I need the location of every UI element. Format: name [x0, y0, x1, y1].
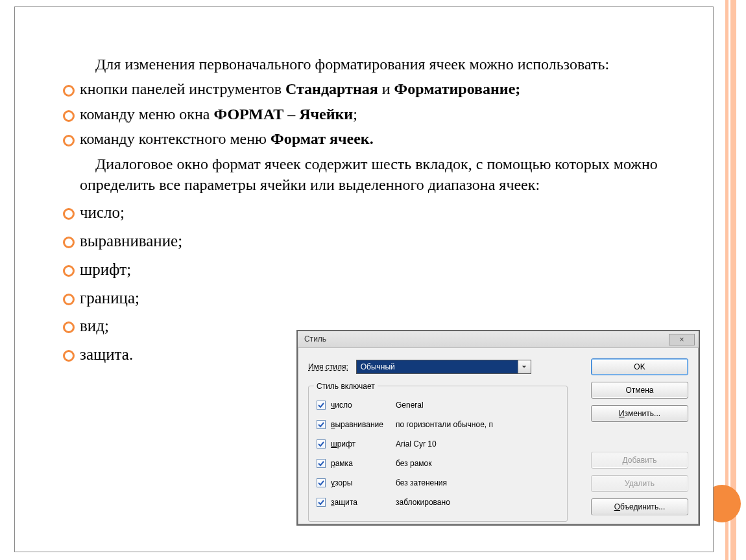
button-label: Отмена: [625, 385, 653, 395]
modify-button[interactable]: Изменить...: [591, 405, 688, 422]
button-label: Изменить...: [619, 408, 660, 419]
top-bullet-list: кнопки панелей инструментов Стандартная …: [54, 78, 687, 149]
bullet-item: выравнивание;: [54, 230, 287, 252]
bullet-item: команду меню окна ФОРМАТ – Ячейки;: [54, 104, 687, 124]
option-value: без рамок: [396, 458, 432, 469]
button-label: Добавить: [622, 455, 656, 465]
option-value: без затенения: [396, 478, 447, 488]
decorative-side-bars: [721, 0, 746, 560]
option-value: по горизонтали обычное, п: [396, 419, 493, 430]
bullet-text: шрифт;: [80, 261, 131, 278]
merge-button[interactable]: Объединить...: [591, 498, 688, 515]
slide-content: Для изменения первоначального форматиров…: [15, 7, 713, 552]
cancel-button[interactable]: Отмена: [591, 382, 688, 399]
bullet-text-mid: и: [378, 80, 394, 97]
bullet-text-mid: –: [283, 106, 299, 122]
side-bar-outer: [725, 0, 728, 560]
style-name-combo[interactable]: Обычный: [356, 360, 531, 374]
bullet-bold1: ФОРМАТ: [213, 106, 283, 122]
ok-button[interactable]: OK: [591, 358, 688, 375]
bullet-text: граница;: [80, 289, 139, 307]
checkbox[interactable]: [317, 401, 326, 410]
bullet-bold1: Стандартная: [285, 80, 378, 97]
option-row-border: рамка без рамок: [317, 454, 560, 473]
dialog-body: Имя стиля: Обычный Стиль включает число: [304, 353, 692, 518]
close-icon: ×: [679, 336, 684, 344]
checkbox-label: число: [331, 400, 396, 410]
checkbox[interactable]: [317, 459, 326, 468]
dialog-titlebar[interactable]: Стиль ×: [298, 331, 699, 348]
option-row-font: шрифт Arial Cyr 10: [317, 434, 560, 454]
bullet-text: вид;: [80, 317, 109, 334]
dialog-title: Стиль: [304, 334, 326, 344]
add-button: Добавить: [591, 452, 688, 469]
button-label: Удалить: [625, 478, 655, 489]
bullet-item: граница;: [54, 287, 287, 309]
bullet-item: команду контекстного меню Формат ячеек.: [54, 128, 687, 149]
style-includes-group: Стиль включает число General выравнивани…: [308, 386, 568, 522]
checkbox-label: шрифт: [331, 439, 396, 449]
checkbox[interactable]: [317, 439, 326, 449]
option-row-alignment: выравнивание по горизонтали обычное, п: [317, 415, 560, 434]
bullet-text: число;: [80, 204, 125, 221]
checkbox[interactable]: [317, 478, 326, 487]
checkbox[interactable]: [317, 498, 326, 507]
checkbox-label: рамка: [331, 458, 396, 469]
option-value: General: [396, 400, 424, 410]
button-label: OK: [634, 362, 645, 372]
style-dialog: Стиль × Имя стиля: Обычный Стиль в: [296, 330, 700, 526]
option-value: заблокировано: [396, 497, 450, 508]
close-button[interactable]: ×: [669, 334, 695, 345]
bullet-text-pre: команду контекстного меню: [80, 130, 271, 147]
option-value: Arial Cyr 10: [396, 439, 437, 449]
bullet-item: защита.: [54, 344, 287, 366]
intro-paragraph: Для изменения первоначального форматиров…: [80, 54, 680, 75]
chevron-down-icon[interactable]: [518, 360, 531, 373]
bullet-item: шрифт;: [54, 259, 287, 281]
button-label: Объединить...: [614, 502, 666, 512]
bullet-text-post: ;: [353, 106, 357, 122]
bullet-bold2: Ячейки: [299, 106, 353, 122]
delete-button: Удалить: [591, 475, 688, 492]
option-row-protection: защита заблокировано: [317, 493, 560, 512]
bottom-bullet-list: число; выравнивание; шрифт; граница; вид…: [54, 202, 287, 366]
option-row-patterns: узоры без затенения: [317, 473, 560, 493]
checkbox-label: узоры: [331, 478, 396, 488]
dialog-button-column: OK Отмена Изменить... Добавить Удалить О…: [591, 358, 688, 515]
checkbox-label: защита: [331, 497, 396, 508]
bullet-item: вид;: [54, 315, 287, 337]
bullet-item: число;: [54, 202, 287, 224]
checkbox-label: выравнивание: [331, 419, 396, 430]
bullet-bold2: Форматирование;: [394, 80, 521, 97]
group-title: Стиль включает: [314, 381, 378, 391]
side-bar-inner: [730, 0, 736, 560]
bullet-text: защита.: [80, 345, 133, 363]
bullet-item: кнопки панелей инструментов Стандартная …: [54, 78, 687, 99]
style-name-value: Обычный: [357, 360, 518, 373]
bullet-text-pre: кнопки панелей инструментов: [80, 80, 285, 97]
checkbox-rows: число General выравнивание по горизонтал…: [317, 395, 560, 512]
bullet-bold1: Формат ячеек.: [271, 130, 374, 147]
slide-frame: Для изменения первоначального форматиров…: [14, 6, 714, 552]
bullet-text: выравнивание;: [80, 232, 182, 250]
bullet-text-pre: команду меню окна: [80, 106, 213, 122]
mid-paragraph: Диалоговое окно формат ячеек содержит ше…: [80, 154, 687, 196]
style-name-label: Имя стиля:: [308, 362, 348, 372]
option-row-number: число General: [317, 395, 560, 415]
checkbox[interactable]: [317, 420, 326, 429]
